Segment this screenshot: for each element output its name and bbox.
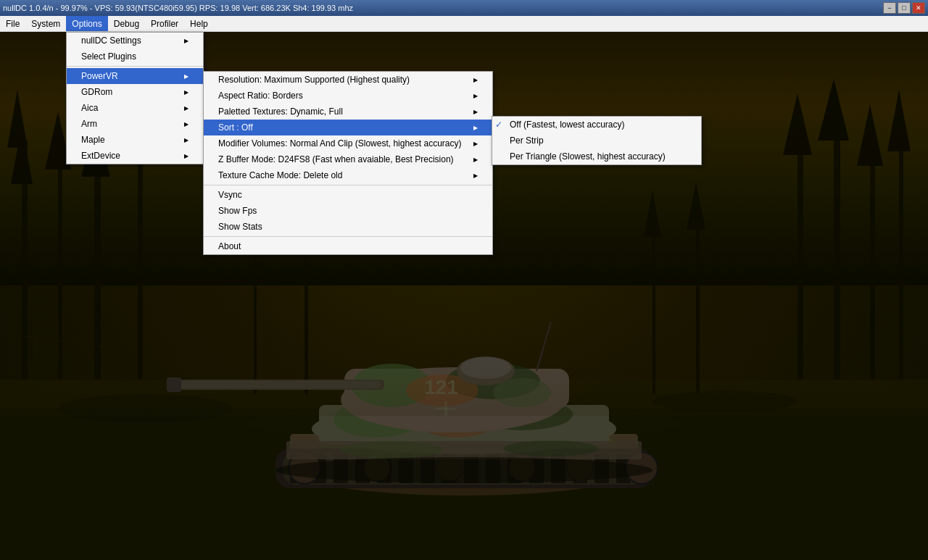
svg-line-31 [22, 336, 130, 351]
options-menu: nullDC Settings Select Plugins PowerVR G… [66, 32, 204, 164]
titlebar: nullDC 1.0.4/n - 99.97% - VPS: 59.93(NTS… [0, 0, 928, 16]
menu-sort-per-strip[interactable]: Per Strip [492, 133, 701, 149]
menu-debug[interactable]: Debug [108, 16, 145, 31]
checkmark-off: ✓ [495, 120, 502, 130]
menu-profiler[interactable]: Profiler [145, 16, 184, 31]
svg-point-89 [504, 440, 598, 456]
close-button[interactable]: ✕ [912, 2, 925, 14]
svg-marker-27 [687, 183, 705, 230]
menu-gdrom[interactable]: GDRom [67, 84, 203, 100]
svg-point-88 [341, 441, 442, 459]
separator-3 [204, 236, 492, 237]
menu-sort-per-triangle[interactable]: Per Triangle (Slowest, highest accuracy) [492, 149, 701, 164]
maximize-button[interactable]: □ [898, 2, 911, 14]
svg-point-90 [276, 457, 652, 483]
svg-marker-17 [857, 104, 883, 166]
menu-paletted-textures[interactable]: Paletted Textures: Dynamic, Full [204, 104, 492, 120]
menu-file[interactable]: File [0, 16, 25, 31]
menu-texture-cache[interactable]: Texture Cache Mode: Delete old [204, 167, 492, 183]
menu-system[interactable]: System [25, 16, 66, 31]
svg-rect-91 [0, 358, 928, 416]
menu-nulldc-settings[interactable]: nullDC Settings [67, 33, 203, 49]
svg-rect-12 [798, 148, 803, 380]
titlebar-text: nullDC 1.0.4/n - 99.97% - VPS: 59.93(NTS… [3, 4, 353, 12]
menu-options[interactable]: Options [66, 16, 107, 31]
sort-menu: ✓ Off (Fastest, lowest accuracy) Per Str… [492, 116, 702, 165]
menu-show-stats[interactable]: Show Stats [204, 219, 492, 235]
menu-select-plugins[interactable]: Select Plugins [67, 49, 203, 64]
menu-extdevice[interactable]: ExtDevice [67, 148, 203, 164]
svg-rect-18 [899, 144, 903, 380]
separator-1 [67, 66, 203, 67]
menu-sort[interactable]: Sort : Off [204, 120, 492, 135]
menu-arm[interactable]: Arm [67, 116, 203, 132]
titlebar-buttons: − □ ✕ [883, 2, 925, 14]
svg-rect-10 [138, 155, 143, 380]
menu-powervr[interactable]: PowerVR [67, 68, 203, 84]
svg-marker-13 [783, 93, 812, 155]
svg-rect-5 [58, 162, 62, 380]
menu-show-fps[interactable]: Show Fps [204, 203, 492, 219]
svg-marker-15 [818, 79, 849, 141]
menu-modifier-volumes[interactable]: Modifier Volumes: Normal And Clip (Slowe… [204, 135, 492, 151]
menubar: File System Options Debug Profiler Help [0, 16, 928, 32]
svg-marker-19 [887, 90, 911, 151]
menu-about[interactable]: About [204, 238, 492, 254]
menu-help[interactable]: Help [184, 16, 214, 31]
menu-zbuffer[interactable]: Z Buffer Mode: D24FS8 (Fast when avaiabl… [204, 151, 492, 167]
separator-2 [204, 185, 492, 185]
svg-rect-14 [834, 133, 840, 380]
menu-sort-off[interactable]: ✓ Off (Fastest, lowest accuracy) [492, 117, 701, 133]
svg-rect-16 [870, 159, 875, 380]
svg-marker-3 [7, 90, 28, 148]
powervr-menu: Resolution: Maximum Supported (Highest q… [203, 71, 493, 255]
menu-aspect-ratio[interactable]: Aspect Ratio: Borders [204, 88, 492, 104]
menu-vsync[interactable]: Vsync [204, 187, 492, 203]
menu-aica[interactable]: Aica [67, 100, 203, 116]
menu-maple[interactable]: Maple [67, 132, 203, 148]
minimize-button[interactable]: − [883, 2, 896, 14]
svg-marker-25 [644, 191, 661, 237]
menu-resolution[interactable]: Resolution: Maximum Supported (Highest q… [204, 72, 492, 88]
